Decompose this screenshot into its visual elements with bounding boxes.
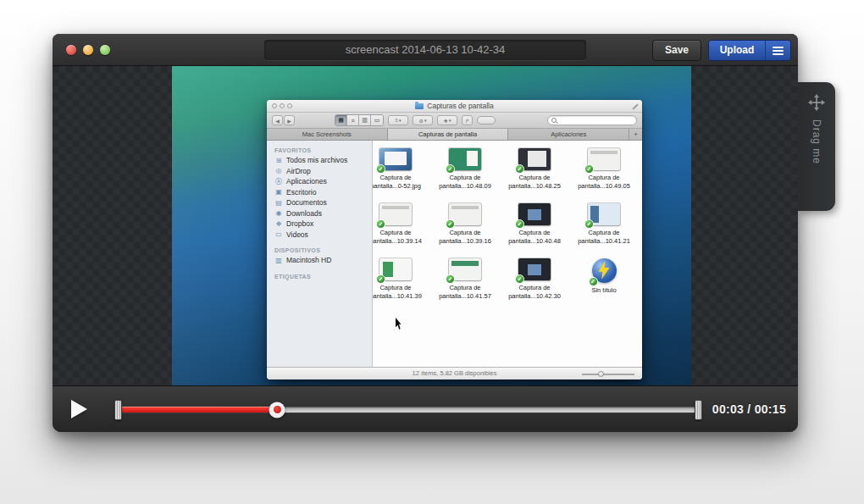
desktop-icon: ▣ bbox=[274, 188, 283, 196]
drag-me-tab[interactable]: Drag me bbox=[798, 82, 835, 211]
synced-check-badge: ✓ bbox=[515, 274, 524, 284]
finder-body: FAVORITOS ⊞ Todos mis archivos ◎ AirDrop… bbox=[267, 141, 642, 367]
save-button[interactable]: Save bbox=[652, 40, 701, 61]
icon-view-button: ▦ bbox=[335, 115, 347, 125]
finder-file-area: ✓ Captura de pantalla...0-52.jpg ✓ Captu… bbox=[373, 141, 642, 367]
file-name: Captura de pantalla...10.41.21 bbox=[573, 229, 635, 246]
hamburger-icon bbox=[773, 47, 784, 48]
sidebar-section-devices: DISPOSITIVOS bbox=[274, 247, 372, 253]
file-item: ✓ Captura de pantalla...0-52.jpg bbox=[373, 148, 430, 203]
resize-icon bbox=[631, 103, 638, 110]
file-name: Captura de pantalla...10.41.39 bbox=[373, 284, 427, 301]
sidebar-section-tags: ETIQUETAS bbox=[274, 274, 372, 280]
progress-fill bbox=[117, 407, 277, 413]
app-lightning-icon: ✓ bbox=[592, 258, 617, 283]
tags-button bbox=[477, 116, 496, 125]
icon-size-slider bbox=[582, 374, 634, 375]
seek-bar[interactable] bbox=[117, 407, 700, 413]
file-grid: ✓ Captura de pantalla...0-52.jpg ✓ Captu… bbox=[373, 141, 642, 313]
file-thumbnail: ✓ bbox=[379, 148, 412, 170]
sidebar-item-documentos: ▤ Documentos bbox=[274, 197, 372, 208]
upload-menu-button[interactable] bbox=[765, 41, 790, 60]
file-item: ✓ Captura de pantalla...10.49.05 bbox=[569, 148, 639, 203]
items-count-text: 12 ítems, 5.82 GB disponibles bbox=[412, 369, 496, 377]
finder-tab-aplicaciones: Aplicaciones bbox=[508, 129, 629, 140]
zoom-button[interactable] bbox=[100, 45, 110, 55]
time-display: 00:03 / 00:15 bbox=[712, 402, 786, 416]
drag-me-label: Drag me bbox=[811, 119, 822, 164]
file-item: ✓ Captura de pantalla...10.48.09 bbox=[430, 148, 500, 203]
finder-zoom-button bbox=[287, 103, 292, 108]
file-item: ✓ Captura de pantalla...10.41.39 bbox=[373, 258, 430, 313]
finder-window-title: Capturas de pantalla bbox=[267, 100, 642, 112]
synced-check-badge: ✓ bbox=[376, 164, 385, 174]
airdrop-icon: ◎ bbox=[274, 167, 283, 174]
synced-check-badge: ✓ bbox=[584, 164, 594, 174]
finder-titlebar: Capturas de pantalla bbox=[267, 100, 642, 113]
finder-toolbar: ◀ ▶ ▦ ≡ ▥ ▭ ≡ ▾ ⚙ ▾ bbox=[267, 113, 642, 129]
dropbox-icon: ❖ bbox=[274, 220, 283, 228]
video-preview[interactable]: Capturas de pantalla ◀ ▶ ▦ ≡ ▥ ▭ bbox=[172, 66, 691, 385]
column-view-icon: ▥ bbox=[362, 117, 368, 124]
playback-controls: 00:03 / 00:15 bbox=[53, 385, 798, 432]
sidebar-item-airdrop: ◎ AirDrop bbox=[274, 166, 372, 177]
finder-close-button bbox=[272, 103, 277, 108]
file-item: ✓ Sin título bbox=[569, 258, 639, 313]
file-thumbnail: ✓ bbox=[518, 258, 551, 280]
nav-buttons: ◀ ▶ bbox=[272, 115, 295, 125]
playhead-handle[interactable] bbox=[269, 402, 285, 418]
column-view-button: ▥ bbox=[359, 115, 371, 125]
sidebar-item-macintosh-hd: ▥ Macintosh HD bbox=[274, 255, 372, 266]
synced-check-badge: ✓ bbox=[446, 219, 455, 229]
share-button: ↱ bbox=[462, 115, 473, 125]
finder-window-controls bbox=[272, 103, 292, 108]
file-item: ✓ Captura de pantalla...10.48.25 bbox=[500, 148, 569, 203]
file-item: ✓ Captura de pantalla...10.41.57 bbox=[430, 258, 500, 313]
dropbox-dropdown: ❖ ▾ bbox=[437, 115, 457, 125]
sidebar-item-aplicaciones: Ⓐ Aplicaciones bbox=[274, 176, 372, 187]
upload-button[interactable]: Upload bbox=[709, 41, 765, 60]
file-name: Captura de pantalla...10.39.14 bbox=[373, 229, 427, 246]
list-view-icon: ≡ bbox=[351, 118, 354, 124]
share-icon: ↱ bbox=[465, 118, 469, 124]
finder-tab-bar: Mac Screenshots Capturas de pantalla Apl… bbox=[267, 129, 642, 141]
file-thumbnail: ✓ bbox=[588, 148, 620, 170]
recorded-finder-window: Capturas de pantalla ◀ ▶ ▦ ≡ ▥ ▭ bbox=[267, 100, 642, 379]
file-item: ✓ Captura de pantalla...10.42.30 bbox=[500, 258, 569, 313]
arrange-icon: ≡ bbox=[395, 118, 398, 123]
search-icon bbox=[551, 118, 557, 123]
file-item: ✓ Captura de pantalla...10.40.48 bbox=[500, 203, 569, 258]
forward-icon: ▶ bbox=[287, 118, 291, 124]
finder-status-bar: 12 ítems, 5.82 GB disponibles bbox=[267, 367, 642, 379]
view-mode-segment: ▦ ≡ ▥ ▭ bbox=[335, 114, 384, 126]
all-files-icon: ⊞ bbox=[274, 157, 283, 164]
file-name: Captura de pantalla...10.39.16 bbox=[434, 229, 496, 246]
file-item: ✓ Captura de pantalla...10.41.21 bbox=[569, 203, 639, 258]
trim-start-handle[interactable] bbox=[114, 400, 122, 420]
slider-knob bbox=[598, 371, 604, 377]
sidebar-section-favorites: FAVORITOS bbox=[274, 147, 372, 153]
finder-sidebar: FAVORITOS ⊞ Todos mis archivos ◎ AirDrop… bbox=[267, 141, 373, 367]
sidebar-item-escritorio: ▣ Escritorio bbox=[274, 187, 372, 198]
action-gear-dropdown: ⚙ ▾ bbox=[413, 115, 433, 125]
file-thumbnail: ✓ bbox=[379, 258, 412, 280]
applications-icon: Ⓐ bbox=[274, 177, 283, 186]
minimize-button[interactable] bbox=[83, 45, 93, 55]
trim-end-handle[interactable] bbox=[695, 400, 702, 420]
upload-button-group: Upload bbox=[708, 40, 791, 61]
file-name: Captura de pantalla...10.40.48 bbox=[503, 229, 566, 246]
synced-check-badge: ✓ bbox=[589, 277, 598, 286]
file-thumbnail: ✓ bbox=[449, 203, 481, 225]
file-name: Captura de pantalla...10.48.09 bbox=[434, 174, 496, 191]
synced-check-badge: ✓ bbox=[376, 219, 385, 229]
sidebar-item-todos-mis-archivos: ⊞ Todos mis archivos bbox=[274, 155, 372, 166]
arrange-dropdown: ≡ ▾ bbox=[388, 115, 408, 125]
synced-check-badge: ✓ bbox=[515, 219, 524, 229]
recording-title-field[interactable]: screencast 2014-06-13 10-42-34 bbox=[264, 40, 586, 60]
file-thumbnail: ✓ bbox=[518, 203, 551, 225]
sidebar-item-dropbox: ❖ Dropbox bbox=[274, 219, 372, 230]
play-button[interactable] bbox=[71, 400, 87, 418]
finder-tab-capturas-de-pantalla: Capturas de pantalla bbox=[388, 129, 509, 140]
file-name: Sin título bbox=[573, 286, 635, 295]
close-button[interactable] bbox=[66, 45, 76, 55]
